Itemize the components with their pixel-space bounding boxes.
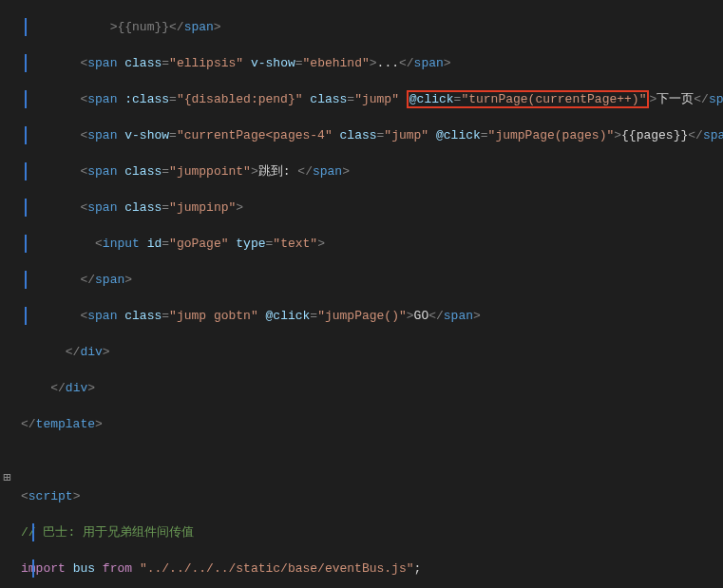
editor-gutter: ⊞ [0, 0, 17, 588]
fold-plus-icon[interactable]: ⊞ [3, 469, 10, 487]
code-editor[interactable]: >{{num}}</span> <span class="ellipsis" v… [0, 0, 723, 588]
text: >{{num}}</ [110, 20, 184, 34]
highlight-box-1: @click="turnPage(currentPage++)" [407, 90, 650, 108]
